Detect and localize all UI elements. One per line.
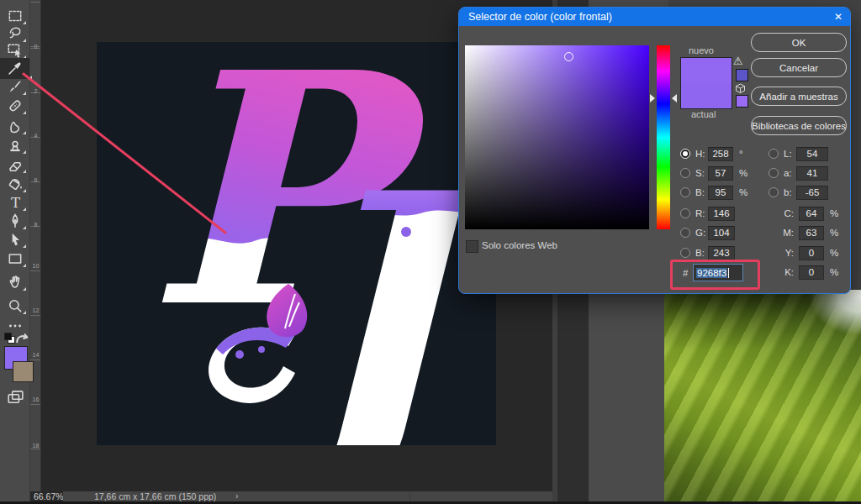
g-label: G: bbox=[695, 228, 708, 238]
healing-brush-tool[interactable] bbox=[7, 97, 24, 114]
pen-tool[interactable] bbox=[7, 213, 24, 229]
path-selection-tool[interactable] bbox=[7, 231, 24, 248]
new-current-color-swatch bbox=[680, 57, 732, 109]
close-icon[interactable]: ✕ bbox=[834, 8, 843, 26]
c-label: C: bbox=[782, 208, 794, 218]
y-row: Y: 0 % bbox=[782, 246, 838, 260]
m-label: M: bbox=[782, 228, 794, 238]
zoom-tool[interactable] bbox=[7, 297, 24, 314]
b-input[interactable]: 95 bbox=[708, 186, 733, 200]
m-input[interactable]: 63 bbox=[799, 226, 824, 240]
hue-slider[interactable] bbox=[657, 45, 670, 229]
ruler-number: 14 bbox=[32, 353, 40, 359]
g-radio[interactable] bbox=[680, 228, 690, 238]
lab-b-radio[interactable] bbox=[769, 187, 779, 197]
document-canvas[interactable]: P J bbox=[97, 42, 496, 445]
dialog-title-bar[interactable]: Selector de color (color frontal) ✕ bbox=[459, 8, 850, 26]
ruler-number: 0 bbox=[32, 45, 40, 50]
r-label: R: bbox=[695, 208, 708, 218]
document-size: 17,66 cm x 17,66 cm (150 ppp) bbox=[94, 491, 216, 501]
l-radio[interactable] bbox=[769, 149, 779, 159]
default-colors-icon-front[interactable] bbox=[4, 333, 12, 340]
brush-tool[interactable] bbox=[7, 78, 24, 95]
h-input[interactable]: 258 bbox=[708, 147, 733, 161]
web-colors-only-checkbox[interactable] bbox=[466, 240, 478, 253]
c-input[interactable]: 64 bbox=[799, 207, 824, 221]
paint-bucket-tool[interactable] bbox=[7, 176, 24, 192]
grass-photo bbox=[664, 290, 861, 504]
cancel-button[interactable]: Cancelar bbox=[751, 58, 847, 77]
l-row: L: 54 bbox=[769, 147, 834, 160]
status-chevron-icon[interactable]: › bbox=[235, 491, 239, 501]
a-input[interactable]: 41 bbox=[796, 166, 828, 181]
k-input[interactable]: 0 bbox=[799, 265, 824, 280]
status-divider bbox=[409, 491, 410, 501]
lab-b-input[interactable]: -65 bbox=[796, 186, 828, 200]
h-unit: ° bbox=[739, 149, 743, 159]
eyedropper-tool[interactable] bbox=[0, 58, 29, 79]
c-row: C: 64 % bbox=[782, 207, 838, 220]
clone-stamp-tool[interactable] bbox=[7, 137, 24, 154]
l-label: L: bbox=[784, 149, 796, 159]
zoom-level[interactable]: 66.67% bbox=[34, 491, 64, 501]
rectangular-marquee-tool[interactable] bbox=[7, 8, 24, 24]
r-row: R: 146 bbox=[680, 207, 741, 220]
eraser-tool[interactable] bbox=[7, 156, 24, 173]
rectangle-shape-tool[interactable] bbox=[7, 250, 24, 267]
tools-panel: T bbox=[0, 0, 30, 504]
y-label: Y: bbox=[782, 248, 794, 258]
b2-radio[interactable] bbox=[680, 248, 690, 258]
web-safe-swatch[interactable] bbox=[736, 95, 748, 108]
ruler-number: 12 bbox=[32, 308, 40, 314]
lasso-tool[interactable] bbox=[7, 25, 24, 42]
s-radio[interactable] bbox=[680, 168, 690, 178]
b-unit: % bbox=[739, 187, 747, 197]
hue-slider-marker-left[interactable] bbox=[650, 94, 655, 102]
web-colors-only-label: Solo colores Web bbox=[482, 240, 557, 250]
saturation-brightness-field[interactable] bbox=[465, 45, 649, 229]
b2-input[interactable]: 243 bbox=[708, 246, 735, 260]
r-radio[interactable] bbox=[680, 208, 690, 218]
hand-tool[interactable] bbox=[7, 274, 24, 291]
s-input[interactable]: 57 bbox=[708, 166, 733, 181]
b-row: B: 95 % bbox=[680, 186, 747, 199]
ruler-number: 8 bbox=[32, 223, 40, 228]
add-to-swatches-button[interactable]: Añadir a muestras bbox=[751, 87, 847, 106]
h-radio[interactable] bbox=[680, 149, 690, 159]
background-color-swatch[interactable] bbox=[13, 361, 34, 382]
h-row: H: 258 ° bbox=[680, 147, 743, 160]
object-selection-tool[interactable] bbox=[7, 42, 24, 59]
y-input[interactable]: 0 bbox=[799, 246, 824, 260]
status-bar: 66.67% 17,66 cm x 17,66 cm (150 ppp) › bbox=[29, 491, 552, 501]
lab-b-row: b: -65 bbox=[769, 186, 834, 199]
s-row: S: 57 % bbox=[680, 166, 747, 180]
current-color-label: actual bbox=[691, 109, 716, 119]
b2-label: B: bbox=[695, 248, 708, 258]
c-unit: % bbox=[830, 208, 838, 218]
g-row: G: 104 bbox=[680, 226, 741, 239]
b-radio[interactable] bbox=[680, 187, 690, 197]
gamut-warning-icon[interactable]: ⚠ bbox=[733, 55, 743, 67]
a-radio[interactable] bbox=[769, 168, 779, 178]
g-input[interactable]: 104 bbox=[708, 226, 735, 240]
m-row: M: 63 % bbox=[782, 226, 838, 239]
color-libraries-button[interactable]: Bibliotecas de colores bbox=[751, 116, 847, 135]
swap-colors-icon[interactable] bbox=[13, 330, 25, 342]
gamut-safe-swatch[interactable] bbox=[736, 69, 748, 81]
k-row: K: 0 % bbox=[782, 265, 838, 279]
k-label: K: bbox=[782, 267, 794, 277]
type-tool[interactable]: T bbox=[7, 194, 24, 211]
b2-row: B: 243 bbox=[680, 246, 741, 260]
status-strip: 17,66 cm x 17,66 cm (150 ppp) › bbox=[63, 491, 552, 501]
hue-slider-marker-right[interactable] bbox=[672, 94, 677, 102]
s-label: S: bbox=[695, 168, 708, 178]
color-cursor-ring[interactable] bbox=[564, 52, 573, 61]
smudge-tool[interactable] bbox=[7, 118, 24, 134]
screen-mode-icon[interactable] bbox=[7, 388, 24, 405]
ok-button[interactable]: OK bbox=[751, 33, 847, 52]
r-input[interactable]: 146 bbox=[708, 207, 735, 221]
a-row: a: 41 bbox=[769, 166, 834, 180]
l-input[interactable]: 54 bbox=[796, 147, 828, 161]
lab-b-label: b: bbox=[784, 187, 796, 197]
y-unit: % bbox=[830, 248, 838, 258]
